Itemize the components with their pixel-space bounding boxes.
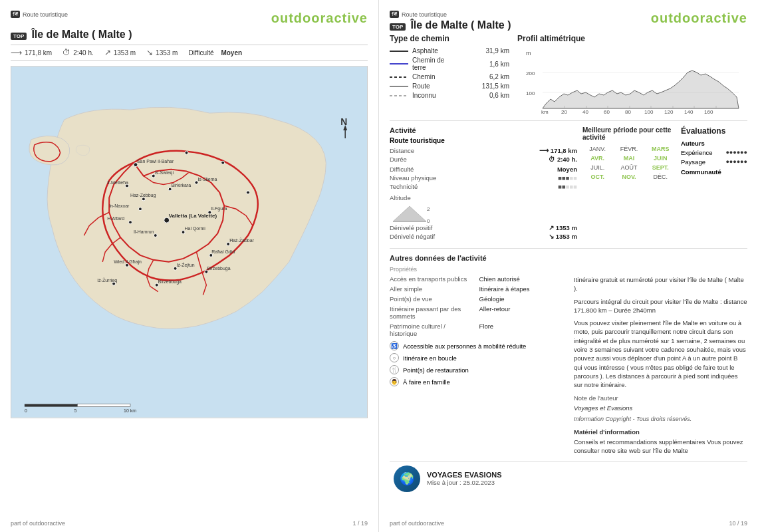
descent-icon: ↘ bbox=[146, 48, 153, 57]
autres-title: Autres données de l'activité bbox=[390, 254, 747, 262]
svg-text:San Pawl il-Baħar: San Pawl il-Baħar bbox=[137, 159, 174, 164]
svg-point-30 bbox=[129, 221, 132, 224]
svg-text:100: 100 bbox=[526, 90, 535, 96]
svg-point-16 bbox=[168, 188, 172, 191]
dist-0: ♿ Accessible aux personnes à mobilité ré… bbox=[390, 341, 563, 350]
autres-content: Accès en transports publics Chien autori… bbox=[390, 275, 747, 456]
dist-icon-2: 🍴 bbox=[390, 365, 399, 374]
svg-point-32 bbox=[138, 207, 142, 211]
stat-distance: ⟶ 171,8 km bbox=[11, 48, 52, 57]
autres-section: Autres données de l'activité Propriétés … bbox=[390, 248, 747, 456]
right-route-info: 🗺 Route touristique TOP Île de Malte ( M… bbox=[390, 11, 511, 31]
stat-ascent: ↗ 1353 m bbox=[104, 48, 136, 57]
description-body: Vous pouvez visiter pleinement l'île de … bbox=[574, 319, 747, 389]
right-brand: outdooractive bbox=[651, 11, 747, 26]
activity-type: Route touristique bbox=[390, 137, 577, 144]
svg-rect-45 bbox=[25, 404, 78, 407]
voyages-logo: 🌍 bbox=[394, 466, 420, 492]
stat-duration: ⏱ 2:40 h. bbox=[63, 48, 94, 57]
voyages-name: VOYAGES EVASIONS bbox=[427, 471, 501, 479]
svg-text:Haz-Zebbug: Haz-Zebbug bbox=[130, 193, 156, 198]
left-header: 🗺 Route touristique outdooractive bbox=[11, 11, 368, 26]
road-chemin-terre: Chemin deterre 1,6 km bbox=[390, 57, 509, 71]
month-fevr: FÉVR. bbox=[614, 145, 644, 153]
svg-point-26 bbox=[182, 231, 185, 234]
svg-text:In-Naxxar: In-Naxxar bbox=[109, 203, 130, 208]
dist-icon-3: 👨 bbox=[390, 377, 399, 386]
activity-duree: Durée ⏱ 2:40 h. bbox=[390, 156, 577, 163]
eval-paysage: Paysage ●●●●●● bbox=[681, 158, 747, 166]
voyages-info: VOYAGES EVASIONS Mise à jour : 25.02.202… bbox=[427, 471, 501, 486]
autres-left: Accès en transports publics Chien autori… bbox=[390, 275, 563, 456]
dist-2: 🍴 Point(s) de restauration bbox=[390, 365, 563, 374]
svg-text:Hal Qormi: Hal Qormi bbox=[185, 226, 206, 231]
svg-point-24 bbox=[208, 211, 211, 214]
svg-text:160: 160 bbox=[704, 109, 713, 114]
right-footer-brand: part of outdooractive bbox=[390, 520, 444, 527]
autres-row-4: Patrimoine culturel / historique Flore bbox=[390, 323, 563, 337]
stat-descent: ↘ 1353 m bbox=[146, 48, 178, 57]
svg-point-6 bbox=[221, 161, 225, 164]
road-inconnu: Inconnu 0,6 km bbox=[390, 92, 509, 99]
activity-technique: Technicité ■■■■■ bbox=[390, 183, 577, 190]
svg-text:40: 40 bbox=[582, 109, 588, 114]
svg-point-40 bbox=[112, 282, 116, 285]
altitude-values: 251 m 0 m bbox=[390, 203, 577, 223]
chemin-line bbox=[390, 76, 408, 78]
activity-deniv-pos: Dénivelé positif ↗ 1353 m bbox=[390, 224, 577, 231]
svg-text:Birzebbuga: Birzebbuga bbox=[158, 279, 182, 285]
svg-point-34 bbox=[227, 242, 230, 245]
month-mars: MARS bbox=[646, 145, 676, 153]
description-detail: Parcours intégral du circuit pour visite… bbox=[574, 297, 747, 315]
svg-text:Is-Swieqi: Is-Swieqi bbox=[155, 170, 174, 176]
right-header: 🗺 Route touristique TOP Île de Malte ( M… bbox=[390, 11, 747, 31]
stat-difficulty: Difficulté Moyen bbox=[188, 49, 242, 57]
best-period: Meilleure période pour cette activité JA… bbox=[582, 126, 676, 241]
month-mai: MAI bbox=[614, 154, 644, 162]
distance-icon: ⟶ bbox=[11, 48, 22, 57]
month-juil: JUIL. bbox=[582, 164, 612, 172]
activity-altitude-label: Altitude bbox=[390, 194, 577, 201]
right-footer: part of outdooractive 10 / 19 bbox=[390, 520, 747, 527]
right-map-icon: 🗺 bbox=[390, 11, 399, 18]
svg-point-10 bbox=[126, 263, 129, 267]
left-route-badge: 🗺 Route touristique bbox=[11, 11, 68, 18]
activity-physical: Niveau physique ■■■■■ bbox=[390, 174, 577, 182]
left-page-title: Île de Malte ( Malte ) bbox=[31, 29, 132, 40]
svg-point-8 bbox=[155, 283, 158, 287]
svg-text:140: 140 bbox=[684, 109, 694, 114]
svg-text:Iż-Żurrieq: Iż-Żurrieq bbox=[97, 277, 117, 283]
dist-icon-0: ♿ bbox=[390, 341, 399, 350]
svg-point-38 bbox=[174, 267, 177, 270]
activity-block: Activité Route touristique Distance ⟶ 17… bbox=[390, 126, 577, 241]
activities-section: Activité Route touristique Distance ⟶ 17… bbox=[390, 120, 747, 241]
svg-text:0: 0 bbox=[25, 408, 27, 413]
dist-icon-1: ○ bbox=[390, 353, 399, 362]
evaluations: Évaluations Auteurs Expérience ●●●●●● Pa… bbox=[681, 126, 747, 241]
map-svg: Valletta (La Valette) San Pawl il-Baħar … bbox=[11, 66, 367, 418]
svg-text:20: 20 bbox=[561, 109, 567, 114]
svg-text:Il-Hamrun: Il-Hamrun bbox=[134, 229, 154, 234]
route-line bbox=[390, 86, 408, 87]
cheminterre-line bbox=[390, 63, 408, 65]
svg-text:120: 120 bbox=[664, 109, 674, 114]
month-dec: DÉC. bbox=[646, 173, 676, 181]
svg-text:H-Attard: H-Attard bbox=[107, 216, 124, 221]
autres-row-0: Accès en transports publics Chien autori… bbox=[390, 275, 563, 283]
left-brand: outdooractive bbox=[271, 11, 368, 26]
materiel-text: Conseils et recommandations supplémentai… bbox=[574, 438, 747, 456]
proprietes-label: Propriétés bbox=[390, 266, 747, 273]
eval-community-label: Communauté bbox=[681, 168, 747, 176]
footer-left-brand: part of outdooractive bbox=[11, 520, 65, 527]
distinctions: ♿ Accessible aux personnes à mobilité ré… bbox=[390, 341, 563, 386]
svg-text:10 km: 10 km bbox=[124, 408, 136, 413]
svg-point-5 bbox=[185, 151, 188, 154]
activity-difficulty: Difficulté Moyen bbox=[390, 166, 577, 173]
svg-rect-46 bbox=[77, 404, 130, 407]
left-page: 🗺 Route touristique outdooractive TOP Îl… bbox=[0, 0, 379, 532]
autres-row-1: Aller simple Itinéraire à étapes bbox=[390, 285, 563, 293]
type-profil-section: Type de chemin Asphalte 31,9 km Chemin d… bbox=[390, 34, 747, 114]
svg-text:Il-Fgura: Il-Fgura bbox=[211, 206, 227, 211]
svg-text:m: m bbox=[526, 50, 531, 57]
profil-altimetrique: Profil altimétrique m 200 100 bbox=[517, 34, 747, 114]
